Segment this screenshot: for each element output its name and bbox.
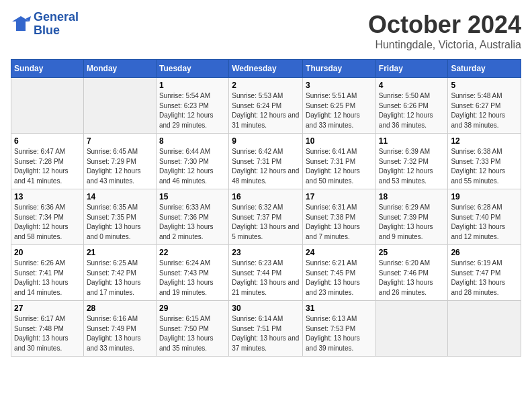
weekday-header-tuesday: Tuesday [156, 60, 228, 78]
month-title: October 2024 [368, 11, 521, 39]
calendar-cell: 30Sunrise: 6:14 AM Sunset: 7:51 PM Dayli… [229, 301, 303, 357]
day-detail: Sunrise: 6:39 AM Sunset: 7:32 PM Dayligh… [379, 147, 445, 186]
day-number: 21 [87, 248, 153, 257]
calendar-cell: 29Sunrise: 6:15 AM Sunset: 7:50 PM Dayli… [156, 301, 228, 357]
day-detail: Sunrise: 6:19 AM Sunset: 7:47 PM Dayligh… [451, 259, 518, 298]
calendar-cell [11, 78, 84, 134]
day-detail: Sunrise: 5:54 AM Sunset: 6:23 PM Dayligh… [159, 91, 226, 130]
calendar-cell: 2Sunrise: 5:53 AM Sunset: 6:24 PM Daylig… [229, 78, 303, 134]
day-number: 25 [379, 248, 445, 257]
calendar-cell: 7Sunrise: 6:45 AM Sunset: 7:29 PM Daylig… [83, 134, 156, 189]
calendar-cell: 9Sunrise: 6:42 AM Sunset: 7:31 PM Daylig… [229, 134, 303, 189]
day-number: 8 [159, 136, 226, 146]
logo: General Blue [11, 11, 79, 38]
day-number: 5 [451, 81, 518, 90]
calendar-cell [83, 78, 156, 134]
day-number: 15 [159, 192, 226, 201]
day-number: 2 [232, 81, 300, 90]
day-detail: Sunrise: 6:24 AM Sunset: 7:43 PM Dayligh… [159, 259, 226, 298]
calendar-cell: 28Sunrise: 6:16 AM Sunset: 7:49 PM Dayli… [83, 301, 156, 357]
calendar-cell: 17Sunrise: 6:31 AM Sunset: 7:38 PM Dayli… [303, 189, 376, 245]
calendar-cell: 26Sunrise: 6:19 AM Sunset: 7:47 PM Dayli… [448, 245, 521, 301]
calendar-cell: 27Sunrise: 6:17 AM Sunset: 7:48 PM Dayli… [11, 301, 84, 357]
calendar-cell: 19Sunrise: 6:28 AM Sunset: 7:40 PM Dayli… [448, 189, 521, 245]
day-detail: Sunrise: 6:16 AM Sunset: 7:49 PM Dayligh… [87, 314, 153, 353]
day-detail: Sunrise: 6:38 AM Sunset: 7:33 PM Dayligh… [451, 147, 518, 186]
day-number: 7 [87, 136, 153, 146]
calendar-cell [448, 301, 521, 357]
day-detail: Sunrise: 6:13 AM Sunset: 7:53 PM Dayligh… [306, 314, 373, 353]
calendar-week-3: 20Sunrise: 6:26 AM Sunset: 7:41 PM Dayli… [11, 245, 521, 301]
calendar-cell: 3Sunrise: 5:51 AM Sunset: 6:25 PM Daylig… [303, 78, 376, 134]
day-detail: Sunrise: 5:48 AM Sunset: 6:27 PM Dayligh… [451, 91, 518, 130]
calendar-cell: 23Sunrise: 6:23 AM Sunset: 7:44 PM Dayli… [229, 245, 303, 301]
calendar-cell: 10Sunrise: 6:41 AM Sunset: 7:31 PM Dayli… [303, 134, 376, 189]
calendar-cell: 5Sunrise: 5:48 AM Sunset: 6:27 PM Daylig… [448, 78, 521, 134]
calendar-header-row: SundayMondayTuesdayWednesdayThursdayFrid… [11, 60, 521, 78]
day-detail: Sunrise: 6:23 AM Sunset: 7:44 PM Dayligh… [232, 259, 300, 298]
calendar-cell: 16Sunrise: 6:32 AM Sunset: 7:37 PM Dayli… [229, 189, 303, 245]
day-detail: Sunrise: 6:28 AM Sunset: 7:40 PM Dayligh… [451, 203, 518, 242]
day-detail: Sunrise: 6:25 AM Sunset: 7:42 PM Dayligh… [87, 259, 153, 298]
calendar-week-1: 6Sunrise: 6:47 AM Sunset: 7:28 PM Daylig… [11, 134, 521, 189]
day-detail: Sunrise: 6:35 AM Sunset: 7:35 PM Dayligh… [87, 203, 153, 242]
day-detail: Sunrise: 5:53 AM Sunset: 6:24 PM Dayligh… [232, 91, 300, 130]
day-number: 9 [232, 136, 300, 146]
day-number: 12 [451, 136, 518, 146]
day-number: 14 [87, 192, 153, 201]
day-detail: Sunrise: 6:26 AM Sunset: 7:41 PM Dayligh… [14, 259, 81, 298]
day-number: 31 [306, 304, 373, 313]
day-number: 29 [159, 304, 226, 313]
day-number: 4 [379, 81, 445, 90]
weekday-header-monday: Monday [83, 60, 156, 78]
day-number: 26 [451, 248, 518, 257]
day-detail: Sunrise: 6:42 AM Sunset: 7:31 PM Dayligh… [232, 147, 300, 186]
weekday-header-sunday: Sunday [11, 60, 84, 78]
day-detail: Sunrise: 6:15 AM Sunset: 7:50 PM Dayligh… [159, 314, 226, 353]
calendar-week-4: 27Sunrise: 6:17 AM Sunset: 7:48 PM Dayli… [11, 301, 521, 357]
day-detail: Sunrise: 6:29 AM Sunset: 7:39 PM Dayligh… [379, 203, 445, 242]
day-number: 16 [232, 192, 300, 201]
day-number: 18 [379, 192, 445, 201]
day-detail: Sunrise: 6:32 AM Sunset: 7:37 PM Dayligh… [232, 203, 300, 242]
calendar-cell: 22Sunrise: 6:24 AM Sunset: 7:43 PM Dayli… [156, 245, 228, 301]
weekday-header-thursday: Thursday [303, 60, 376, 78]
title-area: October 2024 Huntingdale, Victoria, Aust… [368, 11, 521, 51]
day-number: 27 [14, 304, 81, 313]
calendar-body: 1Sunrise: 5:54 AM Sunset: 6:23 PM Daylig… [11, 78, 521, 357]
calendar-cell: 20Sunrise: 6:26 AM Sunset: 7:41 PM Dayli… [11, 245, 84, 301]
calendar-cell: 24Sunrise: 6:21 AM Sunset: 7:45 PM Dayli… [303, 245, 376, 301]
calendar-cell: 31Sunrise: 6:13 AM Sunset: 7:53 PM Dayli… [303, 301, 376, 357]
day-number: 10 [306, 136, 373, 146]
day-number: 23 [232, 248, 300, 257]
day-number: 24 [306, 248, 373, 257]
calendar-cell: 12Sunrise: 6:38 AM Sunset: 7:33 PM Dayli… [448, 134, 521, 189]
day-number: 13 [14, 192, 81, 201]
day-detail: Sunrise: 6:14 AM Sunset: 7:51 PM Dayligh… [232, 314, 300, 353]
logo-icon [11, 15, 31, 34]
calendar-cell: 8Sunrise: 6:44 AM Sunset: 7:30 PM Daylig… [156, 134, 228, 189]
logo-text-line2: Blue [34, 24, 79, 38]
day-number: 6 [14, 136, 81, 146]
day-number: 17 [306, 192, 373, 201]
calendar-week-0: 1Sunrise: 5:54 AM Sunset: 6:23 PM Daylig… [11, 78, 521, 134]
calendar-cell: 18Sunrise: 6:29 AM Sunset: 7:39 PM Dayli… [375, 189, 448, 245]
day-detail: Sunrise: 6:41 AM Sunset: 7:31 PM Dayligh… [306, 147, 373, 186]
day-number: 22 [159, 248, 226, 257]
calendar-cell: 21Sunrise: 6:25 AM Sunset: 7:42 PM Dayli… [83, 245, 156, 301]
calendar-week-2: 13Sunrise: 6:36 AM Sunset: 7:34 PM Dayli… [11, 189, 521, 245]
day-detail: Sunrise: 6:44 AM Sunset: 7:30 PM Dayligh… [159, 147, 226, 186]
calendar-cell: 15Sunrise: 6:33 AM Sunset: 7:36 PM Dayli… [156, 189, 228, 245]
day-number: 3 [306, 81, 373, 90]
day-detail: Sunrise: 6:36 AM Sunset: 7:34 PM Dayligh… [14, 203, 81, 242]
page-header: General Blue October 2024 Huntingdale, V… [11, 11, 521, 51]
calendar-cell: 14Sunrise: 6:35 AM Sunset: 7:35 PM Dayli… [83, 189, 156, 245]
day-number: 11 [379, 136, 445, 146]
day-number: 20 [14, 248, 81, 257]
day-detail: Sunrise: 6:20 AM Sunset: 7:46 PM Dayligh… [379, 259, 445, 298]
location-title: Huntingdale, Victoria, Australia [368, 39, 521, 51]
day-detail: Sunrise: 6:31 AM Sunset: 7:38 PM Dayligh… [306, 203, 373, 242]
calendar-cell: 1Sunrise: 5:54 AM Sunset: 6:23 PM Daylig… [156, 78, 228, 134]
weekday-header-wednesday: Wednesday [229, 60, 303, 78]
calendar-table: SundayMondayTuesdayWednesdayThursdayFrid… [11, 59, 521, 357]
